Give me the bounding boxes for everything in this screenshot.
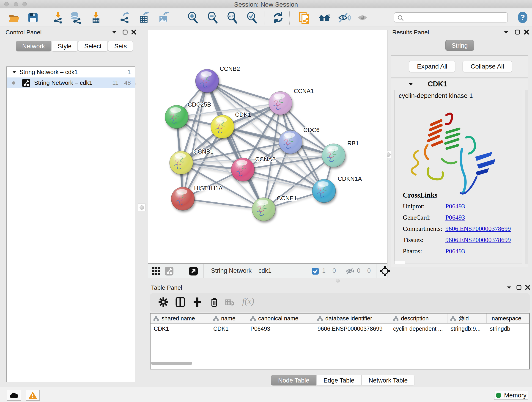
search-icon bbox=[397, 15, 404, 22]
node-CCNA1: CCNA1 bbox=[269, 88, 314, 115]
expand-all-button[interactable]: Expand All bbox=[409, 61, 455, 72]
node-HIST1H1A: HIST1H1A bbox=[171, 185, 223, 211]
network-canvas[interactable]: CCNB2CCNA1CDC25BCDK1CDC6RB1CCNB1CCNA2CDK… bbox=[148, 30, 387, 264]
export-image-icon[interactable] bbox=[158, 12, 170, 24]
toolbar-separator bbox=[179, 11, 179, 25]
show-columns-icon[interactable] bbox=[175, 297, 186, 308]
crosslink-row: GeneCard: P06493 bbox=[403, 214, 511, 221]
home-networks-icon[interactable] bbox=[318, 12, 330, 24]
zoom-in-icon[interactable] bbox=[187, 12, 199, 24]
network-view-toolbar: String Network – cdk1 1 – 0 0 – 0 bbox=[148, 264, 387, 278]
node-label-CCNB2: CCNB2 bbox=[220, 65, 240, 72]
create-column-icon[interactable] bbox=[192, 297, 203, 308]
node-label-RB1: RB1 bbox=[347, 140, 359, 147]
panel-float-icon[interactable] bbox=[122, 29, 128, 35]
tab-edge-table[interactable]: Edge Table bbox=[317, 375, 361, 385]
gene-details: cyclin-dependent kinase 1 bbox=[394, 90, 522, 264]
results-horizontal-scrollbar[interactable] bbox=[394, 261, 405, 264]
clear-table-icon[interactable] bbox=[225, 299, 236, 310]
search-input[interactable] bbox=[394, 12, 508, 22]
network-list: String Network – cdk1 1 String Network –… bbox=[6, 66, 135, 382]
node-label-CCNB1: CCNB1 bbox=[193, 148, 214, 155]
network-row[interactable]: String Network – cdk1 11 48 bbox=[7, 77, 135, 88]
column-header-canonicalname[interactable]: canonical name bbox=[247, 313, 314, 323]
cloud-status-button[interactable] bbox=[7, 390, 21, 401]
import-network-file-icon[interactable] bbox=[52, 12, 64, 24]
crosslink-row: Tissues: 9606.ENSP00000378699 bbox=[403, 236, 511, 244]
edge-HIST1H1A-CCNE1[interactable] bbox=[183, 199, 264, 209]
network-view-title: String Network – cdk1 bbox=[211, 267, 272, 274]
current-network-dot bbox=[12, 81, 15, 85]
export-table-icon[interactable] bbox=[138, 12, 150, 24]
table-horizontal-scrollbar[interactable] bbox=[151, 362, 192, 365]
tab-network[interactable]: Network bbox=[16, 41, 51, 51]
tab-select[interactable]: Select bbox=[78, 41, 108, 51]
crosslink-link[interactable]: P06493 bbox=[445, 248, 465, 255]
network-collection-row[interactable]: String Network – cdk1 1 bbox=[7, 67, 135, 77]
table-options-gear-icon[interactable] bbox=[158, 297, 169, 308]
node-CDKN1A: CDKN1A bbox=[312, 175, 362, 203]
panel-collapse-icon[interactable] bbox=[112, 31, 117, 34]
table-cell[interactable]: P06493 bbox=[247, 324, 314, 334]
panel-close-icon[interactable] bbox=[131, 29, 137, 35]
crosslink-link[interactable]: 9606.ENSP00000378699 bbox=[445, 236, 511, 244]
table-cell[interactable]: 9606.ENSP00000378699 bbox=[314, 324, 390, 334]
gene-name: CDK1 bbox=[428, 80, 447, 88]
section-collapse-icon[interactable] bbox=[409, 83, 413, 86]
delete-column-icon[interactable] bbox=[209, 297, 220, 308]
crosslink-link[interactable]: 9606.ENSP00000378699 bbox=[445, 225, 511, 232]
import-table-file-icon[interactable] bbox=[90, 12, 102, 24]
crosslink-link[interactable]: P06493 bbox=[445, 203, 465, 210]
crosslink-label: GeneCard: bbox=[403, 214, 445, 221]
collection-expand-icon[interactable] bbox=[12, 71, 16, 74]
left-splitter-handle[interactable] bbox=[138, 204, 146, 211]
collapse-all-button[interactable]: Collapse All bbox=[462, 61, 512, 72]
hidden-eye-slash-icon[interactable] bbox=[346, 268, 355, 275]
birds-eye-view-icon[interactable] bbox=[380, 266, 390, 276]
collection-label: String Network – cdk1 bbox=[19, 69, 78, 76]
grid-view-icon[interactable] bbox=[152, 267, 161, 276]
save-session-icon[interactable] bbox=[27, 12, 39, 24]
crosslink-link[interactable]: P06493 bbox=[445, 214, 465, 221]
show-hidden-icon[interactable] bbox=[356, 12, 368, 24]
function-builder-icon[interactable]: f(x) bbox=[242, 296, 263, 307]
main-toolbar: ? bbox=[0, 8, 532, 27]
column-header-sharedname[interactable]: shared name bbox=[151, 313, 210, 323]
panel-collapse-icon[interactable] bbox=[504, 31, 509, 34]
selected-checkbox-icon[interactable] bbox=[312, 268, 319, 275]
zoom-out-icon[interactable] bbox=[207, 12, 219, 24]
import-network-database-icon[interactable] bbox=[70, 12, 82, 24]
column-header-name[interactable]: name bbox=[210, 313, 247, 323]
panel-close-icon[interactable] bbox=[524, 29, 529, 35]
apply-layout-icon[interactable] bbox=[272, 12, 284, 24]
network-view-mode-icon[interactable] bbox=[165, 267, 174, 276]
edge-CCNB2-HIST1H1A[interactable] bbox=[183, 81, 207, 199]
tab-string[interactable]: String bbox=[445, 40, 474, 51]
control-panel-tabs: NetworkStyleSelectSets bbox=[16, 41, 133, 51]
results-vertical-scrollbar[interactable] bbox=[525, 89, 528, 264]
open-session-icon[interactable] bbox=[8, 12, 20, 24]
export-network-icon[interactable] bbox=[119, 12, 131, 24]
gene-section-header[interactable]: CDK1 bbox=[391, 79, 528, 89]
toolbar-separator bbox=[203, 264, 204, 278]
string-import-icon[interactable] bbox=[298, 12, 310, 24]
zoom-selected-icon[interactable] bbox=[246, 12, 258, 24]
zoom-fit-icon[interactable] bbox=[226, 12, 238, 24]
detach-view-icon[interactable] bbox=[189, 267, 198, 276]
control-panel-title: Control Panel bbox=[6, 29, 42, 36]
hide-selected-icon[interactable] bbox=[338, 12, 350, 24]
tab-sets[interactable]: Sets bbox=[108, 41, 133, 51]
tab-style[interactable]: Style bbox=[51, 41, 78, 51]
crosslinks-title: CrossLinks bbox=[403, 191, 511, 199]
table-cell[interactable]: CDK1 bbox=[151, 324, 210, 334]
memory-button[interactable]: Memory bbox=[494, 391, 528, 400]
panel-float-icon[interactable] bbox=[515, 29, 520, 35]
column-label: shared name bbox=[162, 315, 195, 322]
column-header-databaseidentifier[interactable]: database identifier bbox=[314, 313, 390, 323]
table-cell[interactable]: CDK1 bbox=[210, 324, 247, 334]
help-icon[interactable]: ? bbox=[516, 11, 528, 23]
tab-node-table[interactable]: Node Table bbox=[271, 375, 317, 385]
warning-status-button[interactable] bbox=[26, 390, 40, 401]
crosslink-row: Compartments: 9606.ENSP00000378699 bbox=[403, 225, 511, 232]
expand-collapse-box: Expand All Collapse All bbox=[391, 56, 528, 77]
